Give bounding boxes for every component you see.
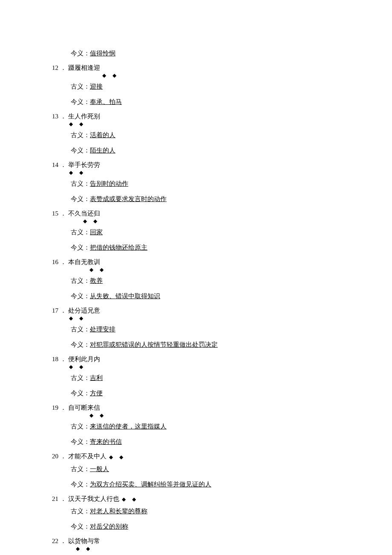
ancient-answer: 一般人	[90, 466, 109, 472]
item-title: 生人作死别	[68, 113, 100, 120]
list-item: 16．本自无教训 ◆ ◆ 古义：教养 今义：从失败、错误中取得知识	[0, 256, 392, 302]
emphasis-markers: ◆ ◆	[0, 413, 392, 420]
list-item: 12．蹑履相逢迎 ◆ ◆ 古义：迎接 今义：奉承、拍马	[0, 62, 392, 108]
modern-label: 今义：	[71, 244, 90, 251]
item-heading: 22．以货物与常	[0, 535, 392, 546]
item-number: 18	[52, 354, 58, 365]
item-title: 汉天子我丈人行也	[68, 495, 119, 502]
ancient-label: 古义：	[71, 423, 90, 430]
separator-dot: ．	[58, 111, 68, 122]
definition-modern: 今义：陌生的人	[0, 144, 392, 157]
item-title: 举手长劳劳	[68, 161, 100, 168]
item-number: 15	[52, 208, 58, 219]
emphasis-markers: ◆ ◆	[0, 73, 392, 80]
ancient-label: 古义：	[71, 180, 90, 187]
item-title: 才能不及中人	[68, 453, 107, 460]
diamond-icon: ◆ ◆	[119, 496, 138, 502]
definition-modern: 今义：方便	[0, 387, 392, 400]
definition-modern: 今义：对岳父的别称	[0, 520, 392, 533]
diamond-icon: ◆ ◆	[69, 364, 86, 370]
ancient-answer: 回家	[90, 229, 103, 236]
separator-dot: ．	[58, 451, 68, 462]
diamond-icon: ◆ ◆	[69, 121, 86, 127]
emphasis-markers: ◆ ◆	[0, 365, 392, 371]
ancient-answer: 对老人和长辈的尊称	[90, 508, 147, 515]
diamond-icon: ◆ ◆	[69, 170, 86, 175]
diamond-icon: ◆ ◆	[76, 546, 92, 552]
diamond-icon: ◆ ◆	[89, 412, 106, 418]
modern-answer: 方便	[90, 390, 103, 397]
modern-answer: 对岳父的别称	[90, 523, 128, 530]
definition-modern: 今义：为双方介绍买卖、调解纠纷等并做见证的人	[0, 478, 392, 491]
diamond-icon: ◆ ◆	[83, 218, 100, 224]
definition-ancient: 古义：活着的人	[0, 129, 392, 141]
separator-dot: ．	[58, 62, 68, 73]
emphasis-markers: ◆ ◆	[0, 170, 392, 177]
item-number: 21	[52, 493, 58, 504]
ancient-answer: 处理安排	[90, 326, 115, 333]
item-title: 蹑履相逢迎	[68, 64, 100, 71]
separator-dot: ．	[58, 493, 68, 504]
ancient-answer: 告别时的动作	[90, 180, 128, 187]
modern-label: 今义：	[71, 196, 90, 202]
document-page: 今义：值得怜悯 12．蹑履相逢迎 ◆ ◆ 古义：迎接 今义：奉承、拍马 13．生…	[0, 0, 392, 555]
item-title: 以货物与常	[68, 538, 100, 544]
item-heading: 16．本自无教训	[0, 256, 392, 267]
definition-ancient: 古义：一般人	[0, 463, 392, 475]
definition-modern: 今义：寄来的书信	[0, 435, 392, 448]
ancient-answer: 迎接	[90, 83, 103, 90]
item-title: 便利此月内	[68, 356, 100, 362]
modern-answer: 寄来的书信	[90, 438, 122, 445]
item-number: 14	[52, 159, 58, 170]
separator-dot: ．	[58, 354, 68, 365]
definition-modern: 今义：表赞成或要求发言时的动作	[0, 193, 392, 205]
emphasis-markers: ◆ ◆	[0, 546, 392, 553]
separator-dot: ．	[58, 208, 68, 219]
item-heading: 13．生人作死别	[0, 111, 392, 122]
ancient-answer: 活着的人	[90, 132, 115, 138]
ancient-label: 古义：	[71, 466, 90, 472]
modern-label: 今义：	[71, 438, 90, 445]
separator-dot: ．	[58, 305, 68, 316]
emphasis-markers: ◆ ◆	[0, 219, 392, 226]
diamond-icon: ◆ ◆	[102, 72, 119, 78]
emphasis-markers: ◆ ◆	[0, 122, 392, 129]
definition-ancient: 古义：迎接	[0, 80, 392, 93]
modern-answer: 把借的钱物还给原主	[90, 244, 147, 251]
item-title: 本自无教训	[68, 259, 100, 265]
item-heading: 20．才能不及中人◆ ◆	[0, 451, 392, 463]
modern-label: 今义：	[71, 523, 90, 530]
ancient-label: 古义：	[71, 326, 90, 333]
list-item: 18．便利此月内 ◆ ◆ 古义：吉利 今义：方便	[0, 354, 392, 400]
item-heading: 12．蹑履相逢迎	[0, 62, 392, 73]
item-number: 20	[52, 451, 58, 462]
item-heading: 14．举手长劳劳	[0, 159, 392, 170]
list-item: 14．举手长劳劳 ◆ ◆ 古义：告别时的动作 今义：表赞成或要求发言时的动作	[0, 159, 392, 205]
ancient-answer: 教养	[90, 277, 103, 284]
modern-answer: 陌生的人	[90, 147, 115, 154]
modern-label: 今义：	[71, 390, 90, 397]
ancient-answer: 来送信的使者，这里指媒人	[90, 423, 167, 430]
definition-ancient: 古义：教养	[0, 274, 392, 287]
ancient-label: 古义：	[71, 229, 90, 236]
separator-dot: ．	[58, 535, 68, 546]
item-number: 13	[52, 111, 58, 122]
ancient-label: 古义：	[71, 508, 90, 515]
modern-answer: 从失败、错误中取得知识	[90, 293, 160, 299]
list-item: 21．汉天子我丈人行也◆ ◆ 古义：对老人和长辈的尊称 今义：对岳父的别称	[0, 493, 392, 533]
modern-label: 今义：	[71, 293, 90, 299]
list-item: 19．自可断来信 ◆ ◆ 古义：来送信的使者，这里指媒人 今义：寄来的书信	[0, 402, 392, 448]
definition-ancient: 古义：回家	[0, 226, 392, 239]
modern-answer: 对犯罪或犯错误的人按情节轻重做出处罚决定	[90, 341, 218, 348]
modern-label: 今义：	[71, 481, 90, 488]
item-number: 12	[52, 62, 58, 73]
definition-modern: 今义：奉承、拍马	[0, 95, 392, 108]
item-title: 不久当还归	[68, 210, 100, 217]
separator-dot: ．	[58, 256, 68, 267]
item-heading: 15．不久当还归	[0, 208, 392, 219]
diamond-icon: ◆ ◆	[89, 267, 106, 273]
ancient-label: 古义：	[71, 83, 90, 90]
modern-label: 今义：	[71, 50, 90, 57]
definition-ancient: 古义：对老人和长辈的尊称	[0, 505, 392, 518]
list-item: 15．不久当还归 ◆ ◆ 古义：回家 今义：把借的钱物还给原主	[0, 208, 392, 254]
